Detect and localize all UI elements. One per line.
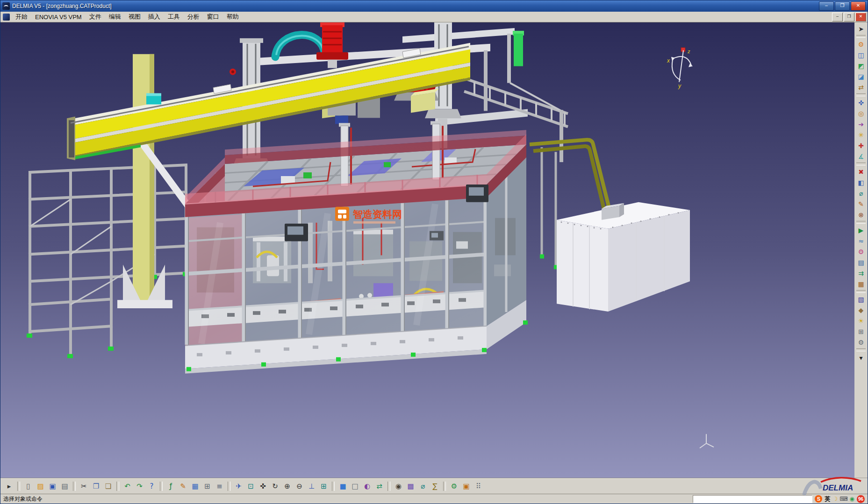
menu-file[interactable]: 文件 bbox=[86, 12, 105, 22]
moon-icon[interactable]: ☽ bbox=[832, 496, 838, 502]
insert-component-icon[interactable]: ◩ bbox=[855, 60, 867, 71]
light-icon[interactable]: ☀ bbox=[855, 315, 867, 326]
language-indicator[interactable]: 英 bbox=[825, 495, 830, 503]
menu-edit[interactable]: 编辑 bbox=[105, 12, 125, 22]
track-icon[interactable]: ≈ bbox=[855, 235, 867, 246]
menu-start[interactable]: 开始 bbox=[12, 12, 31, 22]
menu-analyze[interactable]: 分析 bbox=[184, 12, 203, 22]
right-toolbar: ➤⚙◫◩◪⇄✜◎➔✳✚∡✖◧⌀✎⊗▶≈⚙▤⇉▦▧◆☀⊞⚙▾ bbox=[854, 22, 868, 478]
toolbar-separator bbox=[856, 221, 866, 224]
keyboard-icon[interactable]: ⌨ bbox=[839, 496, 847, 502]
delmia-app-icon bbox=[2, 2, 10, 10]
zoom-out-icon[interactable]: ⊖ bbox=[294, 481, 305, 492]
gantt-icon[interactable]: ▤ bbox=[855, 257, 867, 268]
robot-task-icon[interactable]: ⚙ bbox=[855, 246, 867, 257]
child-restore-button[interactable]: ❐ bbox=[844, 13, 854, 21]
bottom-toolbar: ▸▯▨▣▤✂❐❏↶↷?ƒ✎▦⊞≡✈⊡✜↻⊕⊖⊥⊞■□◐⇄◉▩⌀∑⚙▣⠿ bbox=[0, 478, 868, 494]
hide-show-icon[interactable]: ◐ bbox=[361, 481, 373, 492]
toolbox-icon[interactable]: ◉ bbox=[850, 496, 854, 502]
machine-enclosure[interactable] bbox=[185, 121, 528, 373]
material-icon[interactable]: ◆ bbox=[855, 305, 867, 315]
fit-all-in-icon[interactable]: ⊡ bbox=[245, 481, 257, 492]
save-icon[interactable]: ▣ bbox=[47, 481, 58, 492]
menu-window[interactable]: 窗口 bbox=[203, 12, 223, 22]
toolbar-separator bbox=[332, 482, 335, 491]
smart-move-icon[interactable]: ➔ bbox=[855, 119, 867, 129]
pan-icon[interactable]: ✜ bbox=[257, 481, 269, 492]
compass-z-label: z bbox=[687, 49, 690, 54]
shaded-view-icon[interactable]: ■ bbox=[337, 481, 349, 492]
document-icon bbox=[3, 14, 10, 21]
product-structure-icon[interactable]: ◫ bbox=[855, 50, 867, 60]
multi-view-icon[interactable]: ⊞ bbox=[318, 481, 330, 492]
open-folder-icon[interactable]: ▨ bbox=[35, 481, 46, 492]
notification-badge[interactable]: 96 bbox=[857, 495, 865, 503]
sectioning-icon[interactable]: ◧ bbox=[855, 177, 867, 188]
annotation-icon[interactable]: ✎ bbox=[855, 199, 867, 209]
distance-band-icon[interactable]: ⌀ bbox=[855, 188, 867, 199]
insert-part-icon[interactable]: ◪ bbox=[855, 71, 867, 82]
swap-visible-space-icon[interactable]: ⇄ bbox=[373, 481, 385, 492]
rule-editor-icon[interactable]: ✎ bbox=[177, 481, 189, 492]
close-button[interactable]: ✕ bbox=[851, 1, 866, 11]
capture-icon[interactable]: ▣ bbox=[460, 481, 472, 492]
sogou-input-icon[interactable]: S bbox=[815, 495, 822, 503]
maximize-button[interactable]: ❐ bbox=[835, 1, 850, 11]
weld-spot-icon[interactable]: ⊗ bbox=[855, 209, 867, 220]
list-icon[interactable]: ≡ bbox=[214, 481, 225, 492]
toolbar-separator bbox=[17, 482, 20, 491]
minimize-button[interactable]: – bbox=[819, 1, 834, 11]
system-tray: S 英 ☽⌨◉ 96 bbox=[815, 495, 865, 503]
undo-icon[interactable]: ↶ bbox=[122, 481, 133, 492]
cut-icon[interactable]: ✂ bbox=[78, 481, 90, 492]
design-table-icon[interactable]: ▦ bbox=[189, 481, 201, 492]
new-file-icon[interactable]: ▯ bbox=[22, 481, 34, 492]
grid-icon[interactable]: ⊞ bbox=[855, 326, 867, 337]
resource-icon[interactable]: ▦ bbox=[855, 278, 867, 289]
clash-analysis-icon[interactable]: ✖ bbox=[855, 166, 867, 177]
specification-tree-icon[interactable]: ⊞ bbox=[201, 481, 213, 492]
simulation-play-icon[interactable]: ▶ bbox=[855, 225, 867, 235]
copy-icon[interactable]: ❐ bbox=[90, 481, 102, 492]
options-grid-icon[interactable]: ⠿ bbox=[473, 481, 484, 492]
measure-icon[interactable]: ⌀ bbox=[417, 481, 429, 492]
explode-icon[interactable]: ✳ bbox=[855, 129, 867, 140]
select-arrow-icon[interactable]: ➤ bbox=[855, 23, 867, 34]
menu-help[interactable]: 帮助 bbox=[223, 12, 243, 22]
menu-view[interactable]: 视图 bbox=[125, 12, 144, 22]
whats-this-icon[interactable]: ? bbox=[146, 481, 158, 492]
toolbar-overflow-icon[interactable]: ▸ bbox=[3, 481, 15, 492]
fly-mode-icon[interactable]: ✈ bbox=[233, 481, 244, 492]
move-manipulate-icon[interactable]: ✜ bbox=[855, 97, 867, 108]
settings-icon[interactable]: ⚙ bbox=[855, 337, 867, 348]
menu-insert[interactable]: 插入 bbox=[144, 12, 164, 22]
print-icon[interactable]: ▤ bbox=[59, 481, 71, 492]
knowledge-gear-icon[interactable]: ⚙ bbox=[448, 481, 460, 492]
menu-tools[interactable]: 工具 bbox=[164, 12, 184, 22]
mass-properties-icon[interactable]: ∑ bbox=[429, 481, 441, 492]
render-style-icon[interactable]: ▩ bbox=[405, 481, 416, 492]
wireframe-view-icon[interactable]: □ bbox=[349, 481, 361, 492]
child-close-button[interactable]: ✕ bbox=[855, 13, 866, 21]
redo-icon[interactable]: ↷ bbox=[134, 481, 145, 492]
toolbar-separator bbox=[73, 482, 76, 491]
angle-constraint-icon[interactable]: ∡ bbox=[855, 151, 867, 162]
child-minimize-button[interactable]: – bbox=[832, 13, 843, 21]
zoom-in-icon[interactable]: ⊕ bbox=[281, 481, 293, 492]
toolbar-more-down-icon[interactable]: ▾ bbox=[855, 352, 867, 363]
replace-component-icon[interactable]: ⇄ bbox=[855, 82, 867, 92]
process-icon[interactable]: ⇉ bbox=[855, 268, 867, 278]
formula-icon[interactable]: ƒ bbox=[165, 481, 177, 492]
paste-icon[interactable]: ❏ bbox=[102, 481, 114, 492]
menu-enovia[interactable]: ENOVIA V5 VPM bbox=[31, 13, 86, 21]
command-input[interactable] bbox=[693, 495, 812, 503]
viewport-3d[interactable]: x y z 智造资料网 bbox=[0, 22, 854, 478]
fix-constraint-icon[interactable]: ✚ bbox=[855, 140, 867, 151]
workbench-icon[interactable]: ⚙ bbox=[855, 39, 867, 50]
catalog-browser-icon[interactable]: ▧ bbox=[855, 294, 867, 305]
rotate-icon[interactable]: ↻ bbox=[269, 481, 281, 492]
compass-snap-icon[interactable]: ◎ bbox=[855, 108, 867, 119]
camera-icon[interactable]: ◉ bbox=[393, 481, 404, 492]
title-bar: DELMIA V5 - [zongzhuang.CATProduct] – ❐ … bbox=[0, 0, 868, 12]
normal-view-icon[interactable]: ⊥ bbox=[306, 481, 317, 492]
